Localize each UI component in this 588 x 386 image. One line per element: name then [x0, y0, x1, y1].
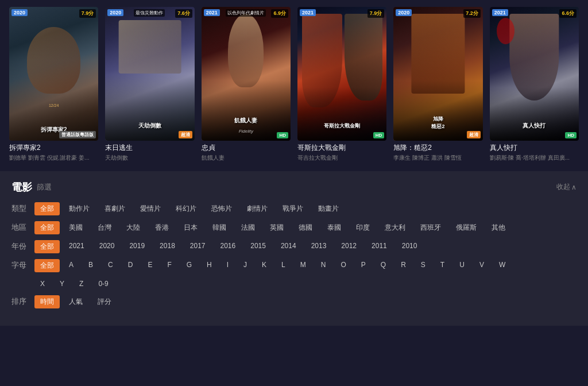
- filter-tag-3-1[interactable]: A: [63, 259, 79, 272]
- movie-poster: 真人快打 2021 6.6分 HD: [490, 7, 579, 141]
- movie-card-4[interactable]: 哥斯拉大戰金剛 2021 7.9分 HD 哥斯拉大戰金剛 哥吉拉大戰金剛: [297, 7, 386, 162]
- filter-tag-2-12[interactable]: 2010: [396, 240, 423, 253]
- quality-tag: 普通話版粵語版: [59, 131, 96, 138]
- filter-tag-3-6[interactable]: F: [161, 259, 177, 272]
- poster-overlay: 2020 最強災難動作 7.6分 超清: [105, 7, 194, 141]
- filter-tag-3-18[interactable]: R: [395, 259, 412, 272]
- filter-tag-3-5[interactable]: E: [142, 259, 158, 272]
- filter-tag-2-5[interactable]: 2017: [184, 240, 211, 253]
- movie-poster: 拆彈專家2 12/24 2020 7.9分 普通話版粵語版: [9, 7, 98, 141]
- sort-row: 排序時間人氣評分: [11, 295, 577, 308]
- filter-tag-1-15[interactable]: 其他: [486, 221, 511, 234]
- filter-tag-3-14[interactable]: N: [315, 259, 332, 272]
- movie-card-6[interactable]: 真人快打 2021 6.6分 HD 真人快打 劉易斯·陳 喬·塔塔利辦 真田廣.…: [490, 7, 579, 162]
- filter-tag-3-15[interactable]: O: [335, 259, 351, 272]
- filter-section: 電影 篩選 收起 ∧ 類型全部動作片喜劇片愛情片科幻片恐怖片劇情片戰爭片動畫片地…: [0, 171, 588, 326]
- filter-tag-3-7[interactable]: G: [181, 259, 198, 272]
- filter-tag-2-6[interactable]: 2016: [215, 240, 242, 253]
- filter-tag-1-11[interactable]: 印度: [350, 221, 376, 234]
- filter-row-2: 年份全部202120202019201820172016201520142013…: [11, 240, 577, 253]
- year-badge: 2020: [11, 9, 28, 16]
- top-banner: 以色列年代劇情片: [226, 9, 266, 17]
- movie-card-1[interactable]: 拆彈專家2 12/24 2020 7.9分 普通話版粵語版 拆彈專家2 劉德華 …: [9, 7, 98, 162]
- filter-tag-1-0[interactable]: 全部: [34, 221, 60, 234]
- filter-tag-2-3[interactable]: 2019: [123, 240, 150, 253]
- filter-tag-1-6[interactable]: 韓國: [207, 221, 232, 234]
- filter-tag-4-0[interactable]: X: [34, 278, 51, 290]
- filter-tag-1-4[interactable]: 香港: [149, 221, 175, 234]
- filter-tag-4-1[interactable]: Y: [54, 278, 70, 290]
- filter-tag-0-3[interactable]: 愛情片: [134, 202, 167, 215]
- movie-poster: 飢餓人妻 Fidelity 2021 以色列年代劇情片 6.9分 HD: [202, 7, 291, 141]
- filter-tag-3-16[interactable]: P: [355, 259, 372, 272]
- filter-tag-0-5[interactable]: 恐怖片: [206, 202, 238, 215]
- filter-tag-1-13[interactable]: 西班牙: [415, 221, 447, 234]
- sort-tag-2[interactable]: 評分: [92, 295, 117, 308]
- filter-tag-2-4[interactable]: 2018: [154, 240, 181, 253]
- filter-tag-3-17[interactable]: Q: [375, 259, 392, 272]
- filter-tag-4-3[interactable]: 0-9: [92, 278, 114, 290]
- movie-card-2[interactable]: 天劫倒數 2020 最強災難動作 7.6分 超清 末日逃生 天劫倒數: [105, 7, 194, 162]
- filter-tag-1-2[interactable]: 台灣: [92, 221, 117, 234]
- poster-bg: 旭降糙惡2 2020 7.2分 超清: [393, 7, 482, 141]
- filter-row-label-1: 地區: [11, 222, 34, 233]
- filter-tag-0-4[interactable]: 科幻片: [170, 202, 202, 215]
- filter-tag-3-2[interactable]: B: [83, 259, 99, 272]
- score-badge: 6.9分: [271, 9, 288, 18]
- filter-tag-0-6[interactable]: 劇情片: [241, 202, 273, 215]
- filter-tag-3-23[interactable]: W: [493, 259, 511, 272]
- year-badge: 2021: [204, 9, 220, 16]
- filter-tag-1-8[interactable]: 英國: [264, 221, 289, 234]
- filter-tag-0-7[interactable]: 戰爭片: [277, 202, 309, 215]
- filter-tag-3-21[interactable]: U: [454, 259, 470, 272]
- poster-bottom: 超清: [396, 131, 480, 138]
- movie-card-3[interactable]: 飢餓人妻 Fidelity 2021 以色列年代劇情片 6.9分 HD 忠貞 飢…: [202, 7, 291, 162]
- filter-row-0: 類型全部動作片喜劇片愛情片科幻片恐怖片劇情片戰爭片動畫片: [11, 202, 577, 215]
- filter-tag-1-7[interactable]: 法國: [235, 221, 261, 234]
- filter-tag-3-0[interactable]: 全部: [34, 259, 60, 272]
- filter-tag-1-14[interactable]: 俄羅斯: [450, 221, 482, 234]
- score-badge: 7.9分: [368, 9, 385, 18]
- filter-tag-3-13[interactable]: M: [295, 259, 312, 272]
- filter-tag-2-11[interactable]: 2011: [366, 240, 393, 253]
- poster-bottom: HD: [204, 132, 288, 138]
- filter-tag-2-2[interactable]: 2020: [94, 240, 121, 253]
- filter-tag-3-3[interactable]: C: [102, 259, 119, 272]
- filter-tag-3-12[interactable]: L: [276, 259, 291, 272]
- filter-tag-1-1[interactable]: 美國: [63, 221, 88, 234]
- filter-tag-3-8[interactable]: H: [201, 259, 218, 272]
- filter-tags-2: 全部20212020201920182017201620152014201320…: [34, 240, 577, 253]
- filter-tag-3-11[interactable]: K: [256, 259, 272, 272]
- movie-title: 旭降：糙惡2: [393, 143, 482, 153]
- sort-tag-0[interactable]: 時間: [34, 295, 60, 308]
- filter-tag-3-9[interactable]: I: [221, 259, 234, 272]
- filter-tag-1-5[interactable]: 日本: [178, 221, 203, 234]
- filter-tag-1-10[interactable]: 泰國: [322, 221, 347, 234]
- filter-tag-3-20[interactable]: T: [435, 259, 450, 272]
- filter-tag-2-8[interactable]: 2014: [275, 240, 302, 253]
- collapse-button[interactable]: 收起 ∧: [556, 182, 577, 192]
- filter-header: 電影 篩選 收起 ∧: [11, 180, 577, 194]
- filter-tag-4-2[interactable]: Z: [74, 278, 89, 290]
- filter-tag-2-0[interactable]: 全部: [34, 240, 60, 253]
- filter-tag-0-1[interactable]: 動作片: [63, 202, 95, 215]
- filter-tag-0-2[interactable]: 喜劇片: [99, 202, 131, 215]
- filter-tag-3-22[interactable]: V: [474, 259, 490, 272]
- movie-card-5[interactable]: 旭降糙惡2 2020 7.2分 超清 旭降：糙惡2 李康生 陳博正 蕭洪 陳雪恆: [393, 7, 482, 162]
- filter-tag-2-10[interactable]: 2012: [335, 240, 362, 253]
- sort-tag-1[interactable]: 人氣: [63, 295, 88, 308]
- filter-tag-1-9[interactable]: 德國: [293, 221, 318, 234]
- filter-tag-0-8[interactable]: 動畫片: [312, 202, 345, 215]
- filter-tag-2-7[interactable]: 2015: [245, 240, 272, 253]
- filter-tag-2-1[interactable]: 2021: [63, 240, 90, 253]
- filter-tag-0-0[interactable]: 全部: [34, 202, 60, 215]
- filter-tag-2-9[interactable]: 2013: [305, 240, 332, 253]
- filter-tag-3-4[interactable]: D: [122, 259, 139, 272]
- filter-tag-3-19[interactable]: S: [415, 259, 431, 272]
- filter-tag-1-3[interactable]: 大陸: [121, 221, 146, 234]
- poster-overlay: 2021 以色列年代劇情片 6.9分 HD: [202, 7, 291, 141]
- filter-row-1: 地區全部美國台灣大陸香港日本韓國法國英國德國泰國印度意大利西班牙俄羅斯其他: [11, 221, 577, 234]
- filter-tags-4: XYZ0-9: [34, 278, 577, 290]
- filter-tag-3-10[interactable]: J: [238, 259, 253, 272]
- filter-tag-1-12[interactable]: 意大利: [379, 221, 411, 234]
